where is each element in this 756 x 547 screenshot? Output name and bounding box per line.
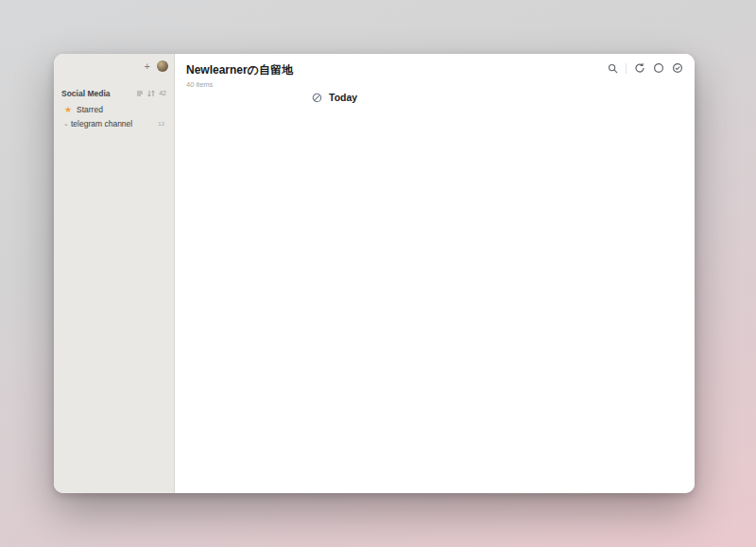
starred-label: Starred — [77, 105, 164, 114]
section-meta: 42 — [136, 90, 166, 97]
sidebar: + Social Media 42 ★ Starred ⌄ telegram c… — [54, 54, 175, 493]
chevron-down-icon[interactable]: ⌄ — [63, 120, 71, 128]
clock-icon — [312, 93, 322, 103]
section-header: Social Media 42 — [61, 87, 166, 99]
refresh-icon[interactable] — [634, 62, 645, 74]
star-icon: ★ — [63, 105, 73, 114]
sidebar-item-starred[interactable]: ★ Starred — [60, 103, 168, 117]
today-divider: Today — [312, 92, 671, 103]
sidebar-group-telegram-channel[interactable]: ⌄ telegram channel 12 — [60, 117, 168, 131]
article-feed: Today — [312, 92, 671, 116]
group-count: 12 — [158, 121, 164, 127]
search-icon[interactable] — [608, 63, 618, 74]
toolbar-divider — [626, 63, 627, 74]
main-pane: Newlearnerの自留地 40 items Today — [175, 54, 695, 493]
app-window: + Social Media 42 ★ Starred ⌄ telegram c… — [54, 54, 695, 493]
unread-filter-icon[interactable] — [653, 62, 664, 74]
titlebar: + — [60, 60, 168, 73]
minimize-window-button[interactable] — [75, 62, 82, 70]
sort-icon[interactable] — [147, 90, 155, 97]
section-title: Social Media — [61, 89, 111, 98]
zoom-window-button[interactable] — [86, 62, 94, 70]
mark-all-read-icon[interactable] — [672, 62, 683, 74]
close-window-button[interactable] — [63, 62, 71, 70]
user-avatar[interactable] — [157, 60, 168, 72]
group-label: telegram channel — [71, 119, 158, 128]
section-unread-count: 42 — [159, 90, 166, 96]
add-feed-button[interactable]: + — [145, 61, 150, 72]
view-toggle-icon[interactable] — [136, 90, 144, 97]
today-label: Today — [329, 92, 357, 103]
traffic-lights — [63, 62, 94, 70]
item-count: 40 items — [186, 80, 683, 89]
toolbar-actions — [608, 62, 683, 74]
